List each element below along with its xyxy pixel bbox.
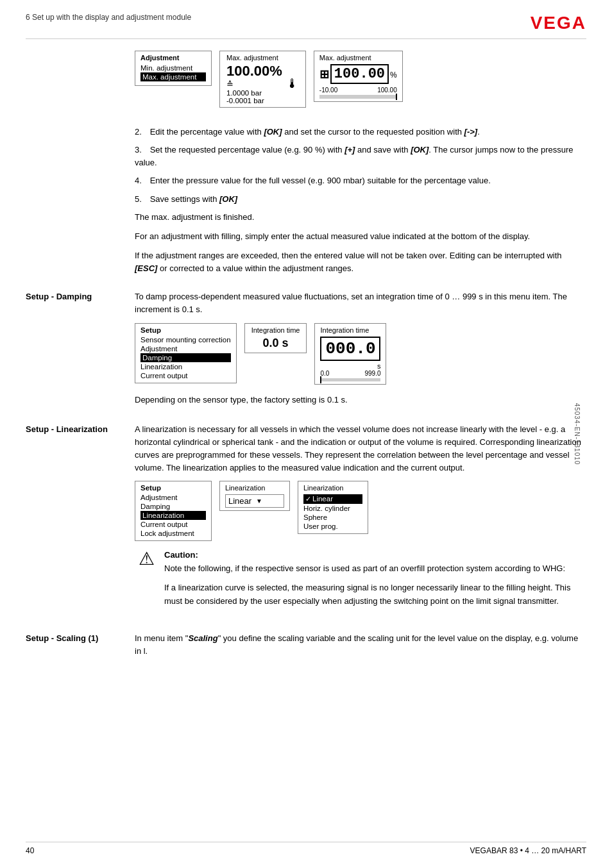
scaling-em: Scaling [188,633,217,643]
linearization-intro: A linearization is necessary for all ves… [135,423,586,475]
int-big-value: 000.0 [320,337,380,361]
caution-content: Caution: Note the following, if the resp… [164,550,586,613]
setup-adjustment: Adjustment [140,344,231,353]
caution-text1: Note the following, if the respective se… [164,562,586,575]
adjustment-steps-section: 2. Edit the percentage value with [OK] a… [135,126,586,281]
scaling-body: In menu item "Scaling" you define the sc… [135,632,586,664]
int-time-edit-box: Integration time 000.0 s 0.0 999.0 [314,323,386,385]
step-5: 5. Save settings with [OK] [135,193,586,206]
lin-opt-user: User prog. [303,522,362,531]
step-5-num: 5. [135,193,148,206]
step-3: 3. Set the requested percentage value (e… [135,144,586,169]
max-adj-pct: 100.00% [226,63,282,79]
step-5-text: Save settings with [OK] [150,194,238,204]
adj-para2: For an adjustment with filling, simply e… [135,230,586,243]
lin-menu-lock: Lock adjustment [140,529,206,538]
step-5-ok: [OK] [219,194,237,204]
caution-text2: If a linearization curve is selected, th… [164,581,586,607]
vega-logo-text: VEGA [531,13,586,33]
setup-menu-damping: Setup Sensor mounting correction Adjustm… [135,323,237,383]
damping-section: Setup - Damping To damp process-dependen… [26,290,586,412]
damping-intro: To damp process-dependent measured value… [135,290,586,316]
step-3-num: 3. [135,144,148,156]
step-3-ok: [OK] [411,145,429,154]
adj-ui-boxes: Adjustment Min. adjustment Max. adjustme… [135,51,586,108]
side-label: 45034-EN-131010 [574,403,581,465]
adj-range-max: 100.00 [377,87,397,94]
scaling-label: Setup - Scaling (1) [26,632,135,664]
step-2: 2. Edit the percentage value with [OK] a… [135,126,586,138]
setup-damping-selected: Damping [140,353,231,362]
max-adj-edit-box: Max. adjustment ⊞ 100.00 % -10.00 100.00 [314,51,403,102]
thermometer-icon: 🌡 [286,76,299,91]
page: 6 Set up with the display and adjustment… [0,0,612,868]
linearization-section: Setup - Linearization A linearization is… [26,423,586,622]
plus-button-icon: ⊞ [319,67,329,81]
adj-esc: [ESC] [135,263,157,273]
adj-para3: If the adjustment ranges are exceeded, t… [135,249,586,275]
lin-dd-value: Linear [228,496,253,506]
lin-dropdown-select[interactable]: Linear ▼ [225,494,284,508]
step-3-plus: [+] [344,145,355,154]
linearization-label: Setup - Linearization [26,423,135,622]
setup-menu-lin: Setup Adjustment Damping Linearization C… [135,481,212,541]
max-adj-value-title: Max. adjustment [226,54,299,62]
lin-menu-damping: Damping [140,502,206,511]
adj-range: -10.00 100.00 [319,87,397,94]
lin-menu-adjustment: Adjustment [140,493,206,502]
setup-sensor-mounting: Sensor mounting correction [140,335,231,344]
main-content: Adjustment Min. adjustment Max. adjustme… [26,51,586,674]
damping-body: To damp process-dependent measured value… [135,290,586,412]
caution-title: Caution: [164,550,586,560]
lin-opt-linear: ✓Linear [303,494,362,504]
step-2-num: 2. [135,126,148,138]
int-range-max: 999.0 [364,370,380,377]
adj-slider [319,95,397,99]
adj-para1: The max. adjustment is finished. [135,211,586,224]
lin-menu-current: Current output [140,520,206,529]
lin-opt-title: Linearization [303,484,362,492]
lin-opt-sphere: Sphere [303,513,362,522]
damping-label: Setup - Damping [26,290,135,412]
max-adj-bar2: -0.0001 bar [226,97,282,104]
step-2-text: Edit the percentage value with [OK] and … [150,127,480,137]
adjustment-diagrams: Adjustment Min. adjustment Max. adjustme… [135,51,586,117]
step-3-text: Set the requested percentage value (e.g.… [135,145,574,167]
page-footer: 40 VEGABAR 83 • 4 … 20 mA/HART [26,842,586,855]
step-4-num: 4. [135,174,148,187]
lin-dropdown-box: Linearization Linear ▼ [219,481,290,511]
product-name: VEGABAR 83 • 4 … 20 mA/HART [470,846,586,855]
caution-triangle-icon: ⚠ [135,550,158,568]
lin-menu-lin-selected: Linearization [140,511,206,520]
damping-ui-boxes: Setup Sensor mounting correction Adjustm… [135,323,586,385]
scaling-section: Setup - Scaling (1) In menu item "Scalin… [26,632,586,664]
adjustment-steps-list: 2. Edit the percentage value with [OK] a… [135,126,586,206]
chapter-title: 6 Set up with the display and adjustment… [26,13,191,22]
adj-menu-min: Min. adjustment [140,63,206,72]
max-adj-approx: ≙ [226,79,282,89]
setup-linearization: Linearization [140,362,231,371]
checkmark-icon: ✓ [305,495,311,503]
lin-opt-horiz: Horiz. cylinder [303,504,362,513]
int-big-title: Integration time [320,326,380,334]
lin-ui-boxes: Setup Adjustment Damping Linearization C… [135,481,586,541]
step-4: 4. Enter the pressure value for the full… [135,174,586,187]
lin-options-box: Linearization ✓Linear Horiz. cylinder Sp… [298,481,368,534]
step-2-ok: [OK] [264,127,282,137]
vega-logo: VEGA [531,13,586,33]
int-range-min: 0.0 [320,370,329,377]
linearization-body: A linearization is necessary for all ves… [135,423,586,622]
adj-range-min: -10.00 [319,87,337,94]
adj-edit-unit: % [390,71,397,79]
page-number: 40 [26,846,34,855]
dropdown-arrow-icon: ▼ [256,497,281,505]
int-big-unit: s [320,362,380,370]
int-slider [320,378,380,381]
int-big-range: 0.0 999.0 [320,370,380,377]
caution-box: ⚠ Caution: Note the following, if the re… [135,550,586,613]
factory-note: Depending on the sensor type, the factor… [135,394,586,406]
setup-menu-damping-title: Setup [140,326,231,334]
int-time-value-box: Integration time 0.0 s [244,323,307,353]
adjustment-menu-box: Adjustment Min. adjustment Max. adjustme… [135,51,212,86]
adj-edit-value: 100.00 [330,64,389,84]
